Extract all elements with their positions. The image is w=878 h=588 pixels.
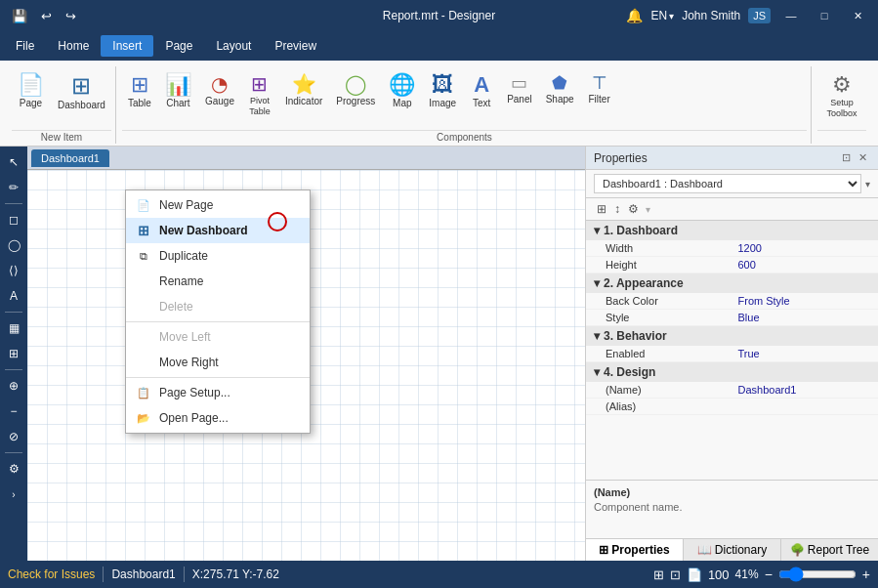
canvas-content[interactable]: 📄 New Page ⊞ New Dashboard ⧉ Duplicate R… bbox=[27, 170, 585, 561]
ribbon-btn-shape[interactable]: ⬟ Shape bbox=[540, 70, 580, 109]
close-button[interactable]: ✕ bbox=[845, 6, 870, 25]
ribbon-btn-pivottable[interactable]: ⊞ PivotTable bbox=[242, 70, 277, 121]
ribbon-btn-setuptoolbox[interactable]: ⚙ SetupToolbox bbox=[817, 70, 866, 123]
tool-select[interactable]: ↖ bbox=[2, 150, 25, 174]
ribbon-btn-indicator[interactable]: ⭐ Indicator bbox=[279, 70, 328, 111]
props-alpha-btn[interactable]: ↕ bbox=[611, 201, 623, 217]
ribbon-btn-panel[interactable]: ▭ Panel bbox=[501, 70, 538, 109]
tool-arrow-right[interactable]: › bbox=[2, 483, 25, 506]
ctx-duplicate[interactable]: ⧉ Duplicate bbox=[126, 243, 310, 269]
menu-file[interactable]: File bbox=[4, 35, 46, 57]
menu-insert[interactable]: Insert bbox=[101, 35, 153, 57]
zoom-level: 41% bbox=[735, 567, 759, 581]
tool-grid[interactable]: ▦ bbox=[2, 316, 25, 340]
status-bar: Check for Issues Dashboard1 X:275.71 Y:-… bbox=[0, 561, 878, 588]
tool-rect[interactable]: ◻ bbox=[2, 208, 25, 231]
props-close-btn[interactable]: ✕ bbox=[856, 150, 870, 165]
ribbon-btn-progress[interactable]: ◯ Progress bbox=[330, 70, 381, 111]
props-footer-description: Component name. bbox=[594, 501, 870, 513]
props-row-backcolor[interactable]: Back Color From Style bbox=[586, 293, 878, 310]
ribbon-btn-filter[interactable]: ⊤ Filter bbox=[582, 70, 617, 109]
props-row-alias[interactable]: (Alias) bbox=[586, 399, 878, 415]
menu-home[interactable]: Home bbox=[46, 35, 101, 57]
props-float-btn[interactable]: ⊡ bbox=[839, 150, 854, 165]
ctx-delete: Delete bbox=[126, 294, 310, 319]
check-issues-btn[interactable]: Check for Issues bbox=[8, 567, 95, 581]
canvas-area: Dashboard1 📄 New Page ⊞ New Dashboard ⧉ … bbox=[27, 147, 585, 561]
zoom-slider[interactable] bbox=[778, 567, 857, 582]
tool-zoom-out[interactable]: − bbox=[2, 399, 25, 423]
status-grid-icon[interactable]: ⊞ bbox=[653, 567, 664, 582]
menu-page[interactable]: Page bbox=[153, 35, 204, 57]
ctx-page-setup[interactable]: 📋 Page Setup... bbox=[126, 380, 310, 405]
props-group-design[interactable]: ▾ 4. Design bbox=[586, 362, 878, 382]
maximize-button[interactable]: □ bbox=[812, 6, 837, 25]
props-tab-properties[interactable]: ⊞ Properties bbox=[586, 539, 684, 561]
props-tab-report-tree-icon: 🌳 bbox=[790, 543, 805, 557]
redo-icon[interactable]: ↪ bbox=[62, 7, 80, 25]
status-fit-icon[interactable]: ⊡ bbox=[670, 567, 681, 582]
toolbar-separator-2 bbox=[5, 312, 22, 313]
ctx-rename[interactable]: Rename bbox=[126, 269, 310, 294]
tool-zoom-in[interactable]: ⊕ bbox=[2, 374, 25, 398]
tool-table[interactable]: ⊞ bbox=[2, 342, 25, 365]
props-group-behavior[interactable]: ▾ 3. Behavior bbox=[586, 326, 878, 346]
move-right-icon bbox=[136, 355, 151, 370]
ribbon-group-new-item: 📄 Page ⊞ Dashboard New Item bbox=[8, 66, 116, 144]
indicator-icon: ⭐ bbox=[292, 74, 316, 94]
left-toolbar: ↖ ✏ ◻ ◯ ⟨⟩ A ▦ ⊞ ⊕ − ⊘ ⚙ › bbox=[0, 147, 27, 561]
notification-icon[interactable]: 🔔 bbox=[626, 8, 643, 23]
status-coords: X:275.71 Y:-7.62 bbox=[192, 567, 279, 581]
tool-settings[interactable]: ⚙ bbox=[2, 457, 25, 481]
user-badge[interactable]: JS bbox=[748, 8, 771, 23]
tool-text[interactable]: A bbox=[2, 284, 25, 308]
ctx-open-page[interactable]: 📂 Open Page... bbox=[126, 405, 310, 431]
ribbon-btn-chart[interactable]: 📊 Chart bbox=[159, 70, 197, 113]
save-icon[interactable]: 💾 bbox=[8, 7, 31, 25]
props-row-enabled[interactable]: Enabled True bbox=[586, 346, 878, 362]
prop-name-name: (Name) bbox=[606, 384, 738, 396]
text-icon: A bbox=[474, 74, 489, 96]
ribbon: 📄 Page ⊞ Dashboard New Item ⊞ Table 📊 C bbox=[0, 61, 878, 147]
props-footer-title: (Name) bbox=[594, 486, 870, 498]
props-component-select[interactable]: Dashboard1 : Dashboard bbox=[594, 174, 861, 193]
ribbon-btn-text[interactable]: A Text bbox=[464, 70, 499, 113]
minimize-button[interactable]: — bbox=[778, 6, 804, 25]
props-row-style[interactable]: Style Blue bbox=[586, 310, 878, 326]
ribbon-btn-table[interactable]: ⊞ Table bbox=[122, 70, 157, 113]
status-zoom-100-icon[interactable]: 100 bbox=[708, 567, 730, 582]
props-tab-report-tree[interactable]: 🌳 Report Tree bbox=[781, 539, 878, 561]
props-categorized-btn[interactable]: ⊞ bbox=[594, 201, 609, 217]
props-row-name[interactable]: (Name) Dashboard1 bbox=[586, 382, 878, 399]
status-page-icon[interactable]: 📄 bbox=[687, 567, 702, 582]
undo-icon[interactable]: ↩ bbox=[37, 7, 56, 25]
ribbon-btn-map[interactable]: 🌐 Map bbox=[383, 70, 421, 113]
props-row-width[interactable]: Width 1200 bbox=[586, 240, 878, 257]
zoom-plus-btn[interactable]: + bbox=[862, 567, 870, 582]
prop-width-value: 1200 bbox=[738, 242, 871, 254]
menu-layout[interactable]: Layout bbox=[204, 35, 263, 57]
language-selector[interactable]: EN ▾ bbox=[650, 9, 674, 22]
props-tab-dictionary[interactable]: 📖 Dictionary bbox=[684, 539, 781, 561]
props-group-dashboard[interactable]: ▾ 1. Dashboard bbox=[586, 221, 878, 240]
status-sep-1 bbox=[103, 567, 104, 582]
tool-circle[interactable]: ◯ bbox=[2, 233, 25, 257]
status-sep-2 bbox=[184, 567, 185, 582]
props-group-appearance[interactable]: ▾ 2. Appearance bbox=[586, 273, 878, 293]
context-menu: 📄 New Page ⊞ New Dashboard ⧉ Duplicate R… bbox=[125, 189, 311, 434]
zoom-minus-btn[interactable]: − bbox=[765, 567, 773, 582]
props-row-height[interactable]: Height 600 bbox=[586, 257, 878, 273]
cursor-indicator bbox=[268, 212, 287, 231]
tool-pan[interactable]: ⊘ bbox=[2, 425, 25, 448]
tool-line[interactable]: ⟨⟩ bbox=[2, 259, 25, 282]
ribbon-btn-gauge[interactable]: ◔ Gauge bbox=[199, 70, 240, 111]
filter-icon: ⊤ bbox=[592, 74, 607, 92]
ribbon-btn-page[interactable]: 📄 Page bbox=[12, 70, 50, 113]
ctx-move-right[interactable]: Move Right bbox=[126, 350, 310, 375]
ribbon-btn-image[interactable]: 🖼 Image bbox=[423, 70, 462, 113]
menu-preview[interactable]: Preview bbox=[263, 35, 328, 57]
props-gear-btn[interactable]: ⚙ bbox=[625, 201, 642, 217]
tool-edit[interactable]: ✏ bbox=[2, 176, 25, 199]
canvas-tab-dashboard1[interactable]: Dashboard1 bbox=[31, 149, 109, 167]
ribbon-btn-dashboard[interactable]: ⊞ Dashboard bbox=[52, 70, 111, 115]
